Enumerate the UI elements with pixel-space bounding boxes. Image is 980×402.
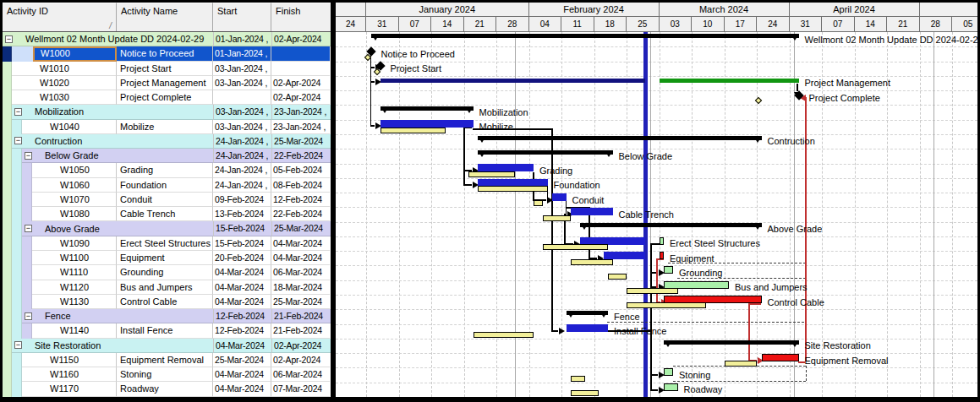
start-cell[interactable]: 24-Jan-2024 , <box>213 163 271 177</box>
table-row[interactable]: W1100Equipment20-Feb-202404-Mar-2024 <box>3 251 331 265</box>
group-row[interactable]: −Wellmont 02 Month Update DD 2024-02-290… <box>3 32 331 46</box>
group-title-cell[interactable]: −Below Grade <box>22 149 214 163</box>
activity-id-cell[interactable]: W1020 <box>12 76 117 90</box>
finish-cell[interactable]: 02-Apr-2024 <box>271 90 330 105</box>
finish-cell[interactable]: 04-Mar-2024 <box>271 251 330 265</box>
collapse-icon[interactable]: − <box>14 137 22 144</box>
group-title-cell[interactable]: −Mobilization <box>12 105 214 119</box>
table-row[interactable]: W1110Grounding04-Mar-202406-Mar-2024 <box>3 265 331 280</box>
activity-id-cell[interactable]: W1100 <box>32 251 117 265</box>
table-row[interactable]: W1010Project Start03-Jan-2024 , <box>3 62 331 76</box>
week-header-cell[interactable]: 21 <box>887 17 920 32</box>
table-row[interactable]: W1060Foundation24-Jan-2024 ,08-Feb-2024 <box>3 178 331 193</box>
activity-id-cell[interactable]: W1150 <box>22 353 117 367</box>
week-header-cell[interactable]: 18 <box>594 17 627 32</box>
table-row[interactable]: W1050Grading24-Jan-2024 ,05-Feb-2024 <box>3 163 331 177</box>
table-row[interactable]: W1040Mobilize03-Jan-2024 ,23-Jan-2024 , <box>3 120 331 134</box>
activity-id-cell[interactable]: W1030 <box>12 90 117 105</box>
activity-id-cell[interactable]: W1170 <box>22 382 117 396</box>
group-title-cell[interactable]: −Above Grade <box>22 221 214 236</box>
activity-id-cell[interactable]: W1160 <box>22 367 117 382</box>
finish-cell[interactable]: 08-Feb-2024 <box>271 178 330 193</box>
start-cell[interactable]: 04-Mar-2024 <box>213 367 271 382</box>
activity-id-cell[interactable]: W1120 <box>32 280 117 295</box>
start-cell[interactable]: 01-Jan-2024 , <box>213 46 271 61</box>
gantt-bar-summary[interactable] <box>371 34 799 38</box>
table-row[interactable]: W1080Cable Trench13-Feb-202422-Feb-2024 <box>3 207 331 221</box>
finish-cell[interactable]: 23-Jan-2024 , <box>271 120 330 134</box>
finish-cell[interactable]: 05-Feb-2024 <box>271 163 330 177</box>
gantt-bar-actual[interactable] <box>571 208 613 215</box>
group-row[interactable]: −Site Restoration04-Mar-202402-Apr-2024 <box>3 339 331 353</box>
activity-name-cell[interactable]: Project Management <box>117 76 213 90</box>
month-header-cell[interactable]: March 2024 <box>660 3 790 17</box>
collapse-icon[interactable]: − <box>14 108 22 116</box>
table-row[interactable]: W1140Install Fence12-Feb-202421-Feb-2024 <box>3 323 331 338</box>
gantt-bar-loe-remaining[interactable] <box>660 79 799 83</box>
activity-id-cell[interactable]: W1140 <box>32 323 117 338</box>
group-title-cell[interactable]: −Contruction <box>12 134 214 149</box>
start-cell[interactable]: 04-Mar-2024 <box>213 295 271 309</box>
group-row[interactable]: −Contruction24-Jan-2024 ,25-Mar-2024 <box>3 134 331 149</box>
activity-id-cell[interactable]: W1010 <box>12 62 117 76</box>
start-cell[interactable]: 01-Jan-2024 , <box>214 32 272 46</box>
table-row[interactable]: W1150Equipment Removal25-Mar-202402-Apr-… <box>3 353 331 367</box>
gantt-bar-remaining[interactable] <box>660 237 665 245</box>
finish-cell[interactable]: 23-Jan-2024 , <box>272 105 331 119</box>
collapse-icon[interactable]: − <box>5 35 13 43</box>
activity-name-cell[interactable]: Cable Trench <box>117 207 213 221</box>
collapse-icon[interactable]: − <box>14 341 22 349</box>
table-row[interactable]: W1120Bus and Jumpers04-Mar-202418-Mar-20… <box>3 280 331 295</box>
week-header-cell[interactable]: 24 <box>336 17 366 32</box>
gantt-bar-loe-actual[interactable] <box>381 79 646 83</box>
group-title-cell[interactable]: −Fence <box>22 309 214 323</box>
activity-name-cell[interactable]: Mobilize <box>117 120 213 134</box>
finish-cell[interactable]: 02-Apr-2024 <box>272 339 331 353</box>
activity-id-cell[interactable]: W1050 <box>32 163 117 177</box>
gantt-bar-summary[interactable] <box>478 150 613 155</box>
finish-cell[interactable]: 04-Mar-2024 <box>271 236 330 251</box>
start-cell[interactable]: 04-Mar-2024 <box>213 280 271 295</box>
finish-cell[interactable]: 21-Feb-2024 <box>272 309 331 323</box>
start-cell[interactable]: 04-Mar-2024 <box>214 339 272 353</box>
finish-cell[interactable]: 18-Mar-2024 <box>271 280 330 295</box>
finish-cell[interactable]: 02-Apr-2024 <box>271 76 330 90</box>
start-cell[interactable]: 15-Feb-2024 <box>214 221 272 236</box>
group-row[interactable]: −Mobilization03-Jan-2024 ,23-Jan-2024 , <box>3 105 331 119</box>
activity-id-cell[interactable]: W1040 <box>22 120 117 134</box>
start-cell[interactable]: 03-Jan-2024 , <box>213 76 271 90</box>
activity-name-cell[interactable]: Grounding <box>117 265 213 280</box>
finish-cell[interactable]: 25-Mar-2024 <box>272 134 331 149</box>
table-row[interactable]: W1130Control Cable04-Mar-202425-Mar-2024 <box>3 295 331 309</box>
start-cell[interactable]: 24-Jan-2024 , <box>214 149 272 163</box>
table-row[interactable]: W1170Roadway04-Mar-202407-Mar-2024 <box>3 382 331 396</box>
finish-cell[interactable]: 22-Feb-2024 <box>272 149 331 163</box>
activity-name-cell[interactable]: Grading <box>117 163 213 177</box>
start-cell[interactable]: 25-Mar-2024 <box>213 353 271 367</box>
activity-id-cell[interactable]: W1080 <box>32 207 117 221</box>
collapse-icon[interactable]: − <box>25 152 32 160</box>
activity-name-cell[interactable]: Notice to Proceed <box>117 46 213 61</box>
activity-name-cell[interactable]: Stoning <box>117 367 213 382</box>
finish-cell[interactable]: 02-Apr-2024 <box>272 32 331 46</box>
activity-id-cell[interactable]: W1110 <box>32 265 117 280</box>
collapse-icon[interactable]: − <box>25 225 32 232</box>
activity-name-cell[interactable]: Install Fence <box>117 323 213 338</box>
start-cell[interactable]: 24-Jan-2024 , <box>214 134 272 149</box>
group-title-cell[interactable]: −Site Restoration <box>12 339 214 353</box>
group-row[interactable]: −Fence12-Feb-202421-Feb-2024 <box>3 309 331 323</box>
week-header-cell[interactable]: 24 <box>757 17 790 32</box>
start-cell[interactable] <box>213 90 271 105</box>
table-row[interactable]: W1030Project Complete02-Apr-2024 <box>3 90 331 105</box>
finish-cell[interactable]: 12-Feb-2024 <box>271 193 330 207</box>
start-cell[interactable]: 15-Feb-2024 <box>213 236 271 251</box>
start-cell[interactable]: 03-Jan-2024 , <box>213 120 271 134</box>
activity-id-cell[interactable]: W1130 <box>32 295 117 309</box>
week-header-cell[interactable]: 14 <box>431 17 464 32</box>
start-cell[interactable]: 20-Feb-2024 <box>213 251 271 265</box>
month-header-cell[interactable] <box>920 3 978 17</box>
table-row[interactable]: W1090Erect Steel Structures15-Feb-202404… <box>3 236 331 251</box>
week-header-cell[interactable]: 07 <box>399 17 432 32</box>
activity-name-cell[interactable]: Control Cable <box>117 295 213 309</box>
activity-id-cell[interactable]: W1060 <box>32 178 117 193</box>
